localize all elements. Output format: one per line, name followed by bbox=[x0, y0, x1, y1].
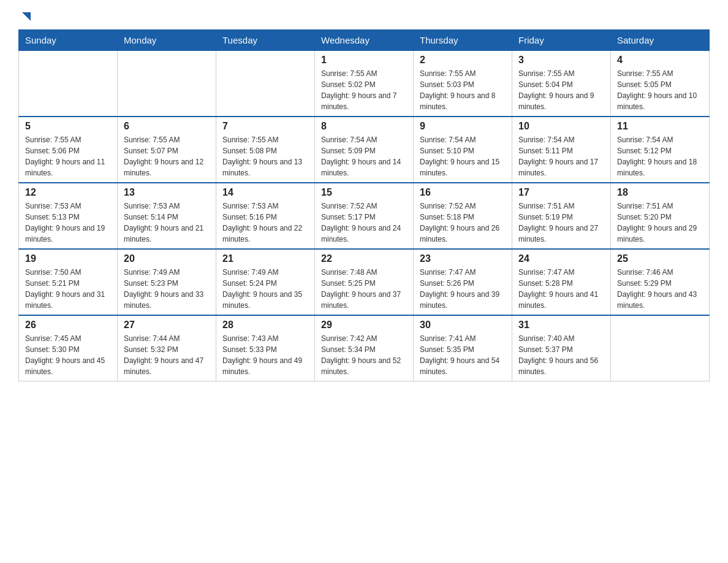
day-info: Sunrise: 7:55 AM Sunset: 5:05 PM Dayligh… bbox=[617, 68, 703, 112]
day-number: 21 bbox=[222, 253, 308, 264]
day-info: Sunrise: 7:48 AM Sunset: 5:25 PM Dayligh… bbox=[321, 267, 407, 311]
day-number: 15 bbox=[321, 187, 407, 198]
calendar-cell: 5Sunrise: 7:55 AM Sunset: 5:06 PM Daylig… bbox=[19, 117, 118, 183]
weekday-header-thursday: Thursday bbox=[414, 30, 512, 51]
calendar-cell: 10Sunrise: 7:54 AM Sunset: 5:11 PM Dayli… bbox=[512, 117, 611, 183]
day-info: Sunrise: 7:49 AM Sunset: 5:24 PM Dayligh… bbox=[222, 267, 308, 311]
weekday-header-tuesday: Tuesday bbox=[216, 30, 315, 51]
day-number: 2 bbox=[420, 55, 506, 66]
day-number: 26 bbox=[25, 320, 111, 331]
calendar-table: SundayMondayTuesdayWednesdayThursdayFrid… bbox=[18, 29, 710, 381]
day-info: Sunrise: 7:50 AM Sunset: 5:21 PM Dayligh… bbox=[25, 267, 111, 311]
calendar-cell: 29Sunrise: 7:42 AM Sunset: 5:34 PM Dayli… bbox=[315, 315, 414, 381]
svg-marker-0 bbox=[22, 12, 31, 21]
day-info: Sunrise: 7:55 AM Sunset: 5:06 PM Dayligh… bbox=[25, 134, 111, 178]
day-number: 10 bbox=[518, 121, 604, 132]
day-info: Sunrise: 7:40 AM Sunset: 5:37 PM Dayligh… bbox=[518, 333, 604, 377]
day-info: Sunrise: 7:49 AM Sunset: 5:23 PM Dayligh… bbox=[124, 267, 210, 311]
calendar-cell: 8Sunrise: 7:54 AM Sunset: 5:09 PM Daylig… bbox=[315, 117, 414, 183]
weekday-header-sunday: Sunday bbox=[19, 30, 118, 51]
calendar-cell: 18Sunrise: 7:51 AM Sunset: 5:20 PM Dayli… bbox=[611, 183, 710, 249]
day-info: Sunrise: 7:42 AM Sunset: 5:34 PM Dayligh… bbox=[321, 333, 407, 377]
calendar-cell bbox=[611, 315, 710, 381]
calendar-cell: 27Sunrise: 7:44 AM Sunset: 5:32 PM Dayli… bbox=[118, 315, 216, 381]
calendar-cell bbox=[216, 51, 315, 117]
calendar-cell: 15Sunrise: 7:52 AM Sunset: 5:17 PM Dayli… bbox=[315, 183, 414, 249]
calendar-cell: 2Sunrise: 7:55 AM Sunset: 5:03 PM Daylig… bbox=[414, 51, 512, 117]
calendar-cell: 16Sunrise: 7:52 AM Sunset: 5:18 PM Dayli… bbox=[414, 183, 512, 249]
day-info: Sunrise: 7:46 AM Sunset: 5:29 PM Dayligh… bbox=[617, 267, 703, 311]
day-number: 24 bbox=[518, 253, 604, 264]
day-info: Sunrise: 7:54 AM Sunset: 5:09 PM Dayligh… bbox=[321, 134, 407, 178]
calendar-cell: 20Sunrise: 7:49 AM Sunset: 5:23 PM Dayli… bbox=[118, 249, 216, 315]
calendar-cell: 11Sunrise: 7:54 AM Sunset: 5:12 PM Dayli… bbox=[611, 117, 710, 183]
day-number: 14 bbox=[222, 187, 308, 198]
day-number: 9 bbox=[420, 121, 506, 132]
day-info: Sunrise: 7:54 AM Sunset: 5:10 PM Dayligh… bbox=[420, 134, 506, 178]
weekday-header-saturday: Saturday bbox=[611, 30, 710, 51]
calendar-cell: 4Sunrise: 7:55 AM Sunset: 5:05 PM Daylig… bbox=[611, 51, 710, 117]
day-number: 4 bbox=[617, 55, 703, 66]
day-number: 16 bbox=[420, 187, 506, 198]
calendar-week-row: 12Sunrise: 7:53 AM Sunset: 5:13 PM Dayli… bbox=[19, 183, 710, 249]
day-info: Sunrise: 7:55 AM Sunset: 5:07 PM Dayligh… bbox=[124, 134, 210, 178]
day-info: Sunrise: 7:53 AM Sunset: 5:16 PM Dayligh… bbox=[222, 201, 308, 245]
calendar-cell: 3Sunrise: 7:55 AM Sunset: 5:04 PM Daylig… bbox=[512, 51, 611, 117]
calendar-cell: 21Sunrise: 7:49 AM Sunset: 5:24 PM Dayli… bbox=[216, 249, 315, 315]
calendar-cell: 13Sunrise: 7:53 AM Sunset: 5:14 PM Dayli… bbox=[118, 183, 216, 249]
day-number: 28 bbox=[222, 320, 308, 331]
day-info: Sunrise: 7:41 AM Sunset: 5:35 PM Dayligh… bbox=[420, 333, 506, 377]
day-number: 31 bbox=[518, 320, 604, 331]
day-info: Sunrise: 7:47 AM Sunset: 5:26 PM Dayligh… bbox=[420, 267, 506, 311]
day-info: Sunrise: 7:47 AM Sunset: 5:28 PM Dayligh… bbox=[518, 267, 604, 311]
calendar-cell: 19Sunrise: 7:50 AM Sunset: 5:21 PM Dayli… bbox=[19, 249, 118, 315]
day-info: Sunrise: 7:53 AM Sunset: 5:13 PM Dayligh… bbox=[25, 201, 111, 245]
day-number: 13 bbox=[124, 187, 210, 198]
calendar-week-row: 26Sunrise: 7:45 AM Sunset: 5:30 PM Dayli… bbox=[19, 315, 710, 381]
day-number: 30 bbox=[420, 320, 506, 331]
day-info: Sunrise: 7:52 AM Sunset: 5:18 PM Dayligh… bbox=[420, 201, 506, 245]
calendar-cell: 7Sunrise: 7:55 AM Sunset: 5:08 PM Daylig… bbox=[216, 117, 315, 183]
calendar-cell: 26Sunrise: 7:45 AM Sunset: 5:30 PM Dayli… bbox=[19, 315, 118, 381]
day-number: 5 bbox=[25, 121, 111, 132]
day-number: 29 bbox=[321, 320, 407, 331]
calendar-cell: 12Sunrise: 7:53 AM Sunset: 5:13 PM Dayli… bbox=[19, 183, 118, 249]
calendar-cell: 14Sunrise: 7:53 AM Sunset: 5:16 PM Dayli… bbox=[216, 183, 315, 249]
day-info: Sunrise: 7:43 AM Sunset: 5:33 PM Dayligh… bbox=[222, 333, 308, 377]
day-info: Sunrise: 7:51 AM Sunset: 5:19 PM Dayligh… bbox=[518, 201, 604, 245]
calendar-cell bbox=[118, 51, 216, 117]
day-info: Sunrise: 7:45 AM Sunset: 5:30 PM Dayligh… bbox=[25, 333, 111, 377]
day-number: 12 bbox=[25, 187, 111, 198]
day-number: 8 bbox=[321, 121, 407, 132]
day-info: Sunrise: 7:55 AM Sunset: 5:03 PM Dayligh… bbox=[420, 68, 506, 112]
calendar-cell: 24Sunrise: 7:47 AM Sunset: 5:28 PM Dayli… bbox=[512, 249, 611, 315]
calendar-cell: 28Sunrise: 7:43 AM Sunset: 5:33 PM Dayli… bbox=[216, 315, 315, 381]
weekday-header-monday: Monday bbox=[118, 30, 216, 51]
calendar-cell: 23Sunrise: 7:47 AM Sunset: 5:26 PM Dayli… bbox=[414, 249, 512, 315]
day-number: 18 bbox=[617, 187, 703, 198]
calendar-cell: 1Sunrise: 7:55 AM Sunset: 5:02 PM Daylig… bbox=[315, 51, 414, 117]
logo bbox=[18, 12, 33, 23]
calendar-cell: 17Sunrise: 7:51 AM Sunset: 5:19 PM Dayli… bbox=[512, 183, 611, 249]
day-info: Sunrise: 7:55 AM Sunset: 5:04 PM Dayligh… bbox=[518, 68, 604, 112]
calendar-week-row: 1Sunrise: 7:55 AM Sunset: 5:02 PM Daylig… bbox=[19, 51, 710, 117]
day-number: 17 bbox=[518, 187, 604, 198]
day-info: Sunrise: 7:54 AM Sunset: 5:12 PM Dayligh… bbox=[617, 134, 703, 178]
day-info: Sunrise: 7:51 AM Sunset: 5:20 PM Dayligh… bbox=[617, 201, 703, 245]
day-number: 20 bbox=[124, 253, 210, 264]
calendar-cell: 31Sunrise: 7:40 AM Sunset: 5:37 PM Dayli… bbox=[512, 315, 611, 381]
day-info: Sunrise: 7:55 AM Sunset: 5:02 PM Dayligh… bbox=[321, 68, 407, 112]
day-info: Sunrise: 7:44 AM Sunset: 5:32 PM Dayligh… bbox=[124, 333, 210, 377]
day-number: 6 bbox=[124, 121, 210, 132]
calendar-cell: 9Sunrise: 7:54 AM Sunset: 5:10 PM Daylig… bbox=[414, 117, 512, 183]
calendar-week-row: 5Sunrise: 7:55 AM Sunset: 5:06 PM Daylig… bbox=[19, 117, 710, 183]
logo-triangle-icon bbox=[20, 10, 33, 23]
day-info: Sunrise: 7:52 AM Sunset: 5:17 PM Dayligh… bbox=[321, 201, 407, 245]
calendar-cell: 22Sunrise: 7:48 AM Sunset: 5:25 PM Dayli… bbox=[315, 249, 414, 315]
day-number: 23 bbox=[420, 253, 506, 264]
day-number: 27 bbox=[124, 320, 210, 331]
weekday-header-friday: Friday bbox=[512, 30, 611, 51]
calendar-week-row: 19Sunrise: 7:50 AM Sunset: 5:21 PM Dayli… bbox=[19, 249, 710, 315]
calendar-cell: 25Sunrise: 7:46 AM Sunset: 5:29 PM Dayli… bbox=[611, 249, 710, 315]
day-info: Sunrise: 7:55 AM Sunset: 5:08 PM Dayligh… bbox=[222, 134, 308, 178]
